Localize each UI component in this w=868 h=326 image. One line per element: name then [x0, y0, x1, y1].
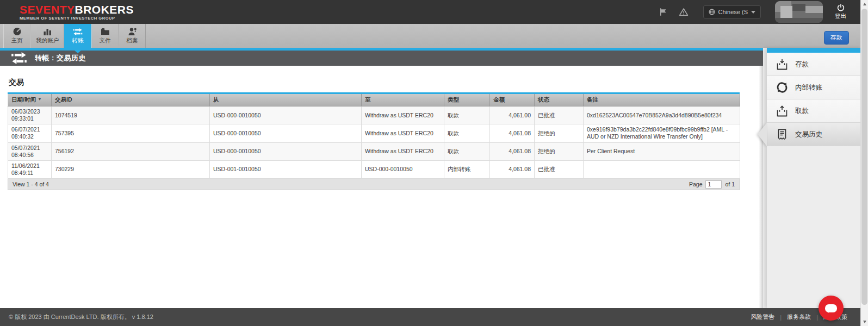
top-header-bar: SEVENTYBROKERS MEMBER OF SEVENTY INVESTE… [0, 0, 860, 24]
col-header-status[interactable]: 状态 [535, 94, 584, 106]
table-row: 11/06/202108:49:11730229USD-001-0010050U… [8, 160, 740, 178]
tab-home[interactable]: 主页 [3, 24, 30, 48]
internal-transfer-icon [776, 82, 788, 93]
col-header-note[interactable]: 备注 [584, 94, 740, 106]
col-header-to[interactable]: 至 [362, 94, 444, 106]
page-title: 转帳 : 交易历史 [35, 53, 86, 63]
brand-tagline: MEMBER OF SEVENTY INVESTECH GROUP [20, 16, 134, 21]
brand-logo[interactable]: SEVENTYBROKERS MEMBER OF SEVENTY INVESTE… [20, 4, 134, 21]
col-header-amount[interactable]: 金额 [490, 94, 535, 106]
scrollbar-down-arrow[interactable] [861, 318, 868, 326]
cell-to: Withdraw as USDT ERC20 [362, 124, 444, 142]
sidebar-item-internal-transfer[interactable]: 内部转账 [767, 76, 863, 99]
brand-logo-red: SEVENTY [20, 3, 75, 16]
cell-type: 内部转账 [444, 160, 490, 178]
language-dropdown[interactable]: Chinese (S [703, 5, 761, 18]
deposit-quick-button[interactable]: 存款 [824, 31, 849, 45]
footer-link-separator: | [780, 314, 782, 321]
transaction-history-icon [776, 128, 788, 140]
transfer-sidebar: 存款 内部转账 取款 交易历史 [767, 48, 863, 308]
table-footer-bar: View 1 - 4 of 4 Page of 1 [8, 179, 740, 190]
cell-type: 取款 [444, 124, 490, 142]
page-footer: © 版权 2023 由 CurrentDesk LTD. 版权所有。 v 1.8… [0, 308, 860, 326]
warning-icon[interactable] [678, 7, 689, 17]
tab-label: 文件 [100, 37, 111, 45]
cell-type: 取款 [444, 106, 490, 124]
chat-bubble-icon [825, 304, 837, 312]
page-number-input[interactable] [705, 180, 722, 189]
pager: Page of 1 [689, 180, 735, 189]
flag-icon[interactable] [658, 7, 668, 17]
accounts-icon [43, 27, 52, 36]
cell-from: USD-000-0010050 [210, 124, 362, 142]
tab-my-accounts[interactable]: 我的账户 [30, 24, 64, 48]
tab-label: 我的账户 [36, 37, 59, 45]
sidebar-accent-bar [767, 48, 863, 53]
globe-icon [709, 9, 715, 15]
documents-icon [101, 28, 110, 36]
tab-profile[interactable]: 档案 [119, 24, 146, 48]
tab-label: 转账 [72, 37, 84, 45]
cell-type: 取款 [444, 142, 490, 160]
copyright-text: © 版权 2023 由 CurrentDesk LTD. 版权所有。 v 1.8… [9, 313, 153, 321]
cell-transaction-id: 757395 [52, 124, 210, 142]
avatar[interactable] [775, 1, 823, 23]
cell-note: Per Client Request [584, 142, 740, 160]
cell-note: 0xe916f93b79da3b2c22fd840e8f09bfbc99b9ff… [584, 124, 740, 142]
table-row: 06/07/202108:40:32757395USD-000-0010050W… [8, 124, 740, 142]
cell-status: 已批准 [535, 160, 584, 178]
vertical-scrollbar[interactable] [860, 0, 868, 326]
cell-amount: 4,061.08 [490, 124, 535, 142]
cell-status: 拒绝的 [535, 142, 584, 160]
sidebar-item-label: 存款 [795, 60, 809, 69]
brand-logo-white: BROKERS [75, 3, 134, 16]
cell-amount: 4,061.08 [490, 142, 535, 160]
cell-to: USD-000-0010050 [362, 160, 444, 178]
scrollbar-up-arrow[interactable] [861, 0, 868, 8]
cell-note: 0xd162523AC00547e70B852A9a3d4d890B5e80f2… [584, 106, 740, 124]
col-header-transaction-id[interactable]: 交易ID [52, 94, 210, 106]
cell-amount: 4,061.00 [490, 106, 535, 124]
sidebar-item-label: 取款 [795, 106, 809, 116]
cell-from: USD-000-0010050 [210, 106, 362, 124]
profile-icon [128, 27, 137, 36]
tab-documents[interactable]: 文件 [91, 24, 119, 48]
sidebar-item-deposit[interactable]: 存款 [767, 53, 863, 76]
col-header-from[interactable]: 从 [210, 94, 362, 106]
header-actions: Chinese (S 登出 [658, 1, 846, 23]
withdraw-icon [776, 105, 788, 117]
cell-from: USD-000-0010050 [210, 142, 362, 160]
tab-transfers[interactable]: 转账 [64, 24, 91, 48]
cell-amount: 4,061.08 [490, 160, 535, 178]
language-dropdown-value: Chinese (S [718, 9, 748, 15]
transactions-table-wrap: 日期/时间▼ 交易ID 从 至 类型 金额 状态 备注 06/03/202309… [8, 92, 740, 179]
main-content: 交易 日期/时间▼ 交易ID 从 至 类型 金额 状态 备注 [0, 66, 763, 308]
transfer-page-icon [11, 52, 27, 65]
tab-label: 档案 [127, 37, 138, 45]
footer-link-separator: | [816, 314, 818, 321]
sidebar-item-withdraw[interactable]: 取款 [767, 99, 863, 123]
cell-transaction-id: 1074519 [52, 106, 210, 124]
table-header-row: 日期/时间▼ 交易ID 从 至 类型 金额 状态 备注 [8, 94, 740, 106]
transactions-table: 日期/时间▼ 交易ID 从 至 类型 金额 状态 备注 06/03/202309… [8, 94, 740, 179]
deposit-icon [776, 59, 788, 70]
cell-datetime: 06/03/202309:33:01 [8, 106, 52, 124]
table-row: 05/07/202108:40:56756192USD-000-0010050W… [8, 142, 740, 160]
page-title-bar: 转帳 : 交易历史 [0, 48, 763, 66]
scrollbar-thumb[interactable] [861, 9, 867, 305]
col-header-datetime[interactable]: 日期/时间▼ [8, 94, 52, 106]
logout-button[interactable]: 登出 [835, 4, 846, 20]
col-header-type[interactable]: 类型 [444, 94, 490, 106]
brand-logo-text: SEVENTYBROKERS [20, 4, 134, 15]
page-label: Page [689, 181, 703, 187]
chat-widget-button[interactable] [819, 296, 844, 321]
page-of-text: of 1 [725, 181, 735, 187]
sidebar-item-label: 内部转账 [795, 83, 822, 92]
footer-link-risk-warning[interactable]: 风险警告 [751, 313, 774, 321]
sidebar-item-transaction-history[interactable]: 交易历史 [767, 123, 863, 146]
sidebar-item-label: 交易历史 [795, 130, 822, 139]
application-window: SEVENTYBROKERS MEMBER OF SEVENTY INVESTE… [0, 0, 868, 326]
footer-link-terms[interactable]: 服务条款 [787, 313, 811, 321]
tab-label: 主页 [11, 37, 23, 45]
view-range-text: View 1 - 4 of 4 [13, 181, 49, 187]
